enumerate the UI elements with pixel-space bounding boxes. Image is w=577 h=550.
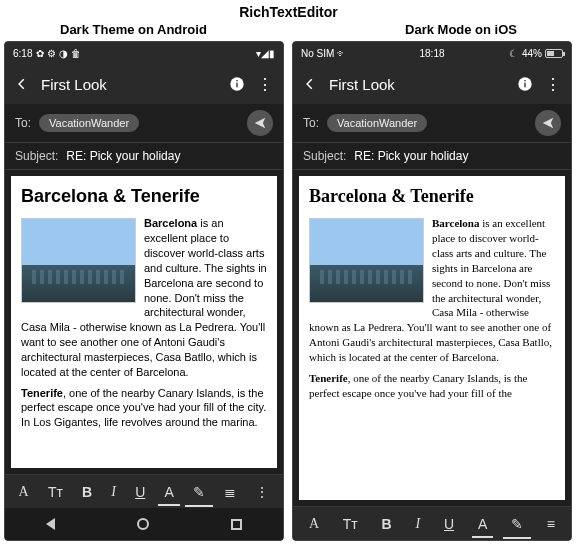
- nav-home-icon[interactable]: [137, 518, 149, 530]
- doc-body: Barcelona is an excellent place to disco…: [21, 216, 267, 430]
- p2-bold: Tenerife: [309, 372, 348, 384]
- main-title: RichTextEditor: [0, 0, 577, 22]
- page-title: First Look: [41, 76, 217, 93]
- bold-button[interactable]: B: [76, 480, 98, 504]
- inline-image: [21, 218, 136, 303]
- android-nav-bar: [5, 508, 283, 540]
- to-row: To: VacationWander: [293, 104, 571, 143]
- send-button[interactable]: [535, 110, 561, 136]
- to-row: To: VacationWander: [5, 104, 283, 143]
- editor-area: Barcelona & Tenerife Barcelona is an exc…: [293, 170, 571, 506]
- subject-label: Subject:: [303, 149, 346, 163]
- status-time: 18:18: [419, 48, 444, 59]
- status-carrier: No SIM ᯤ: [301, 48, 347, 59]
- to-label: To:: [303, 116, 319, 130]
- to-label: To:: [15, 116, 31, 130]
- toolbar-more-button[interactable]: ⋮: [249, 480, 275, 504]
- svg-rect-1: [236, 83, 237, 88]
- subject-row: Subject: RE: Pick your holiday: [5, 143, 283, 170]
- android-label: Dark Theme on Android: [60, 22, 207, 37]
- p1-bold: Barcelona: [432, 217, 479, 229]
- subject-value[interactable]: RE: Pick your holiday: [354, 149, 468, 163]
- italic-button[interactable]: I: [105, 480, 122, 504]
- recipient-chip[interactable]: VacationWander: [327, 114, 427, 132]
- font-size-button[interactable]: Tт: [337, 512, 364, 536]
- subject-label: Subject:: [15, 149, 58, 163]
- android-status-bar: 6:18 ✿ ⚙ ◑ 🗑 ▾◢▮: [5, 42, 283, 64]
- highlight-button[interactable]: ✎: [187, 480, 211, 504]
- status-icons-right: ▾◢▮: [256, 48, 275, 59]
- nav-recent-icon[interactable]: [231, 519, 242, 530]
- font-size-button[interactable]: Tт: [42, 480, 69, 504]
- font-family-button[interactable]: A: [13, 480, 35, 504]
- font-color-button[interactable]: A: [158, 480, 179, 504]
- subject-row: Subject: RE: Pick your holiday: [293, 143, 571, 170]
- overflow-icon[interactable]: ⋮: [545, 75, 561, 94]
- recipient-chip[interactable]: VacationWander: [39, 114, 139, 132]
- status-icons-left: ✿ ⚙ ◑ 🗑: [36, 48, 80, 59]
- svg-rect-4: [524, 83, 525, 88]
- status-time: 6:18: [13, 48, 32, 59]
- font-family-button[interactable]: A: [303, 512, 325, 536]
- overflow-icon[interactable]: ⋮: [257, 75, 273, 94]
- app-bar: First Look ⋮: [5, 64, 283, 104]
- p2-bold: Tenerife: [21, 387, 63, 399]
- moon-icon: ☾: [509, 48, 518, 59]
- font-color-button[interactable]: A: [472, 512, 493, 536]
- info-icon[interactable]: [517, 76, 533, 92]
- rich-text-editor[interactable]: Barcelona & Tenerife Barcelona is an exc…: [11, 176, 277, 468]
- back-icon[interactable]: [15, 77, 29, 91]
- bold-button[interactable]: B: [376, 512, 398, 536]
- editor-toolbar: A Tт B I U A ✎ ≣ ⋮: [5, 474, 283, 508]
- editor-area: Barcelona & Tenerife Barcelona is an exc…: [5, 170, 283, 474]
- ios-label: Dark Mode on iOS: [405, 22, 517, 37]
- svg-rect-5: [524, 80, 525, 81]
- ios-status-bar: No SIM ᯤ 18:18 ☾ 44%: [293, 42, 571, 64]
- doc-heading: Barcelona & Tenerife: [309, 184, 555, 208]
- info-icon[interactable]: [229, 76, 245, 92]
- underline-button[interactable]: U: [438, 512, 460, 536]
- align-button[interactable]: ≡: [541, 512, 561, 536]
- underline-button[interactable]: U: [129, 480, 151, 504]
- editor-toolbar: A Tт B I U A ✎ ≡: [293, 506, 571, 540]
- app-bar: First Look ⋮: [293, 64, 571, 104]
- inline-image: [309, 218, 424, 303]
- battery-indicator: 44%: [522, 48, 563, 59]
- rich-text-editor[interactable]: Barcelona & Tenerife Barcelona is an exc…: [299, 176, 565, 500]
- ios-phone: No SIM ᯤ 18:18 ☾ 44% First Look ⋮ To: Va…: [292, 41, 572, 541]
- doc-heading: Barcelona & Tenerife: [21, 184, 267, 208]
- subject-value[interactable]: RE: Pick your holiday: [66, 149, 180, 163]
- highlight-button[interactable]: ✎: [505, 512, 529, 536]
- battery-percent: 44%: [522, 48, 542, 59]
- italic-button[interactable]: I: [410, 512, 427, 536]
- sub-labels: Dark Theme on Android Dark Mode on iOS: [0, 22, 577, 41]
- page-title: First Look: [329, 76, 505, 93]
- android-phone: 6:18 ✿ ⚙ ◑ 🗑 ▾◢▮ First Look ⋮ To: Vacati…: [4, 41, 284, 541]
- doc-body: Barcelona is an excellent place to disco…: [309, 216, 555, 400]
- list-button[interactable]: ≣: [218, 480, 242, 504]
- p1-bold: Barcelona: [144, 217, 197, 229]
- send-button[interactable]: [247, 110, 273, 136]
- back-icon[interactable]: [303, 77, 317, 91]
- svg-rect-2: [236, 80, 237, 81]
- nav-back-icon[interactable]: [46, 518, 55, 530]
